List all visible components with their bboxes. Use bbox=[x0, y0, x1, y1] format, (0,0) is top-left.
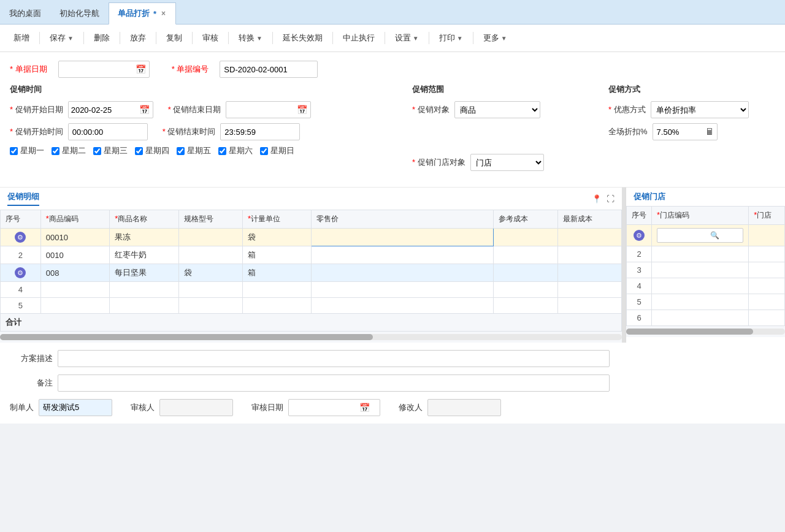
row-1-retail[interactable] bbox=[312, 229, 494, 246]
row-3-gear-icon[interactable]: ⚙ bbox=[15, 267, 26, 278]
detail-scrollbar[interactable] bbox=[0, 332, 622, 343]
global-discount-wrapper[interactable]: 🖩 bbox=[653, 123, 718, 140]
weekday-6[interactable]: 星期六 bbox=[218, 145, 253, 156]
promo-start-time-label: * 促销开始时间 bbox=[10, 126, 63, 137]
extend-button[interactable]: 延长失效期 bbox=[277, 29, 329, 47]
store-row-6-num: 6 bbox=[627, 310, 652, 326]
discount-method-row: * 优惠方式 单价折扣率 bbox=[608, 101, 775, 118]
weekday-5[interactable]: 星期五 bbox=[177, 145, 211, 156]
doc-date-input-wrapper[interactable]: 📅 bbox=[58, 61, 150, 78]
abandon-button[interactable]: 放弃 bbox=[124, 29, 152, 47]
review-button[interactable]: 审核 bbox=[196, 29, 224, 47]
global-discount-input[interactable] bbox=[653, 126, 702, 139]
promo-end-cal-icon[interactable]: 📅 bbox=[294, 105, 310, 115]
promo-store-target-select[interactable]: 门店 bbox=[470, 154, 544, 171]
weekday-2-checkbox[interactable] bbox=[52, 147, 59, 155]
store-code-input[interactable] bbox=[660, 231, 709, 240]
description-input[interactable] bbox=[58, 350, 610, 367]
print-button[interactable]: 打印 ▼ bbox=[433, 29, 469, 47]
weekday-3-checkbox[interactable] bbox=[93, 147, 101, 155]
doc-num-input[interactable] bbox=[220, 61, 318, 78]
convert-button[interactable]: 转换 ▼ bbox=[232, 29, 269, 47]
save-button[interactable]: 保存 ▼ bbox=[44, 29, 80, 47]
promo-start-date-input[interactable] bbox=[69, 104, 136, 116]
weekday-1-checkbox[interactable] bbox=[10, 147, 18, 155]
remark-input[interactable] bbox=[58, 374, 610, 392]
sep1 bbox=[39, 32, 40, 44]
tab-discount[interactable]: 单品打折 * × bbox=[109, 2, 176, 25]
print-arrow-icon: ▼ bbox=[457, 35, 463, 42]
weekday-7[interactable]: 星期日 bbox=[260, 145, 294, 156]
col-ref-cost: 参考成本 bbox=[494, 210, 557, 229]
location-icon[interactable]: 📍 bbox=[592, 194, 602, 203]
review-date-label: 审核日期 bbox=[251, 402, 283, 413]
reviewer-input[interactable] bbox=[159, 399, 233, 416]
description-label: 方案描述 bbox=[10, 353, 53, 364]
tab-init[interactable]: 初始化导航 bbox=[50, 2, 109, 24]
more-button[interactable]: 更多 ▼ bbox=[477, 29, 513, 47]
promo-start-date-wrapper[interactable]: 📅 bbox=[68, 101, 153, 118]
row-4-latest-cost bbox=[557, 282, 621, 298]
row-3-ref-cost bbox=[494, 264, 557, 282]
stop-button[interactable]: 中止执行 bbox=[337, 29, 381, 47]
copy-label: 复制 bbox=[166, 32, 182, 44]
promo-target-select[interactable]: 商品 bbox=[454, 101, 540, 118]
settings-button[interactable]: 设置 ▼ bbox=[389, 29, 425, 47]
sep7 bbox=[272, 32, 273, 44]
global-discount-label: 全场折扣% bbox=[608, 126, 648, 137]
review-date-input[interactable] bbox=[289, 401, 356, 414]
sep2 bbox=[83, 32, 84, 44]
weekday-6-checkbox[interactable] bbox=[218, 147, 226, 155]
tab-bar: 我的桌面 初始化导航 单品打折 * × bbox=[0, 0, 785, 25]
row-1-gear-icon[interactable]: ⚙ bbox=[15, 232, 26, 243]
weekday-2[interactable]: 星期二 bbox=[52, 145, 86, 156]
tab-desktop-label: 我的桌面 bbox=[9, 8, 41, 19]
store-scrollbar[interactable] bbox=[626, 326, 785, 337]
weekday-1[interactable]: 星期一 bbox=[10, 145, 44, 156]
store-row-3: 3 bbox=[627, 262, 785, 278]
delete-button[interactable]: 删除 bbox=[88, 29, 116, 47]
close-tab-button[interactable]: × bbox=[160, 9, 167, 18]
review-date-wrapper[interactable]: 📅 bbox=[288, 399, 380, 416]
row-1-retail-input[interactable] bbox=[316, 233, 488, 242]
store-code-search[interactable]: 🔍 bbox=[657, 228, 743, 243]
tab-init-label: 初始化导航 bbox=[59, 8, 99, 19]
expand-icon[interactable]: ⛶ bbox=[607, 194, 615, 203]
weekday-4[interactable]: 星期四 bbox=[135, 145, 169, 156]
tab-desktop[interactable]: 我的桌面 bbox=[0, 2, 50, 24]
review-date-cal-icon[interactable]: 📅 bbox=[356, 403, 373, 412]
row-1-name: 果冻 bbox=[110, 229, 178, 246]
search-icon[interactable]: 🔍 bbox=[710, 231, 719, 240]
detail-row-1: ⚙ 00010 果冻 袋 bbox=[1, 229, 622, 246]
promo-start-cal-icon[interactable]: 📅 bbox=[136, 105, 153, 115]
detail-scrollbar-thumb[interactable] bbox=[0, 334, 373, 340]
new-button[interactable]: 新增 bbox=[7, 29, 36, 47]
weekday-4-checkbox[interactable] bbox=[135, 147, 143, 155]
more-label: 更多 bbox=[483, 32, 499, 44]
weekday-5-checkbox[interactable] bbox=[177, 147, 185, 155]
store-row-1-gear-icon[interactable]: ⚙ bbox=[634, 230, 645, 241]
detail-scrollbar-track[interactable] bbox=[0, 334, 622, 340]
weekday-3[interactable]: 星期三 bbox=[93, 145, 128, 156]
detail-table: 序号 *商品编码 *商品名称 规格型号 *计量单位 零售价 参考成本 最新成本 bbox=[0, 210, 622, 332]
sep8 bbox=[332, 32, 333, 44]
row-2-code: 0010 bbox=[40, 246, 109, 264]
store-row-6: 6 bbox=[627, 310, 785, 326]
promo-end-date-input[interactable] bbox=[226, 104, 294, 116]
store-scrollbar-thumb[interactable] bbox=[626, 329, 753, 335]
row-4-code bbox=[40, 282, 109, 298]
promo-end-time-input[interactable] bbox=[220, 123, 300, 140]
copy-button[interactable]: 复制 bbox=[160, 29, 188, 47]
discount-method-select[interactable]: 单价折扣率 bbox=[651, 101, 749, 118]
doc-date-calendar-icon[interactable]: 📅 bbox=[132, 64, 149, 74]
promo-start-time-input[interactable] bbox=[68, 123, 148, 140]
calculator-icon[interactable]: 🖩 bbox=[702, 127, 717, 137]
promo-end-date-wrapper[interactable]: 📅 bbox=[226, 101, 311, 118]
maker-input[interactable] bbox=[39, 399, 112, 416]
weekday-7-checkbox[interactable] bbox=[260, 147, 268, 155]
modifier-input[interactable] bbox=[427, 399, 501, 416]
sep9 bbox=[385, 32, 385, 44]
store-row-3-num: 3 bbox=[627, 262, 652, 278]
store-scrollbar-track[interactable] bbox=[626, 329, 785, 335]
doc-date-input[interactable] bbox=[59, 61, 132, 78]
